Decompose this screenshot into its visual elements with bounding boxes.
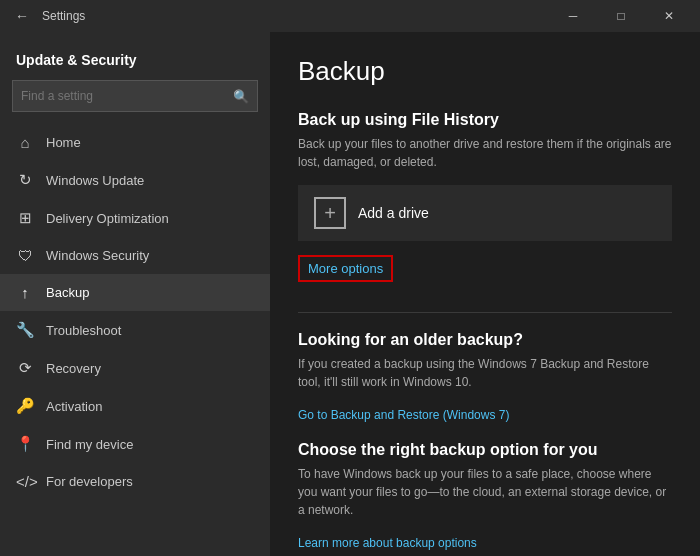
page-title: Backup bbox=[298, 56, 672, 87]
plus-icon: + bbox=[314, 197, 346, 229]
sidebar-item-find-my-device[interactable]: 📍 Find my device bbox=[0, 425, 270, 463]
add-drive-label: Add a drive bbox=[358, 205, 429, 221]
sidebar-item-label: Home bbox=[46, 135, 81, 150]
sidebar-item-activation[interactable]: 🔑 Activation bbox=[0, 387, 270, 425]
sidebar-section-label: Update & Security bbox=[0, 32, 270, 80]
older-backup-section: Looking for an older backup? If you crea… bbox=[298, 331, 672, 423]
right-backup-title: Choose the right backup option for you bbox=[298, 441, 672, 459]
update-icon: ↻ bbox=[16, 171, 34, 189]
home-icon: ⌂ bbox=[16, 134, 34, 151]
main-layout: Update & Security 🔍 ⌂ Home ↻ Windows Upd… bbox=[0, 32, 700, 556]
developer-icon: </> bbox=[16, 473, 34, 490]
more-options-container: More options bbox=[298, 255, 672, 306]
close-button[interactable]: ✕ bbox=[646, 0, 692, 32]
sidebar: Update & Security 🔍 ⌂ Home ↻ Windows Upd… bbox=[0, 32, 270, 556]
search-icon[interactable]: 🔍 bbox=[233, 89, 249, 104]
more-options-link[interactable]: More options bbox=[298, 255, 393, 282]
file-history-title: Back up using File History bbox=[298, 111, 672, 129]
add-drive-button[interactable]: + Add a drive bbox=[298, 185, 672, 241]
right-backup-desc: To have Windows back up your files to a … bbox=[298, 465, 672, 519]
troubleshoot-icon: 🔧 bbox=[16, 321, 34, 339]
search-input[interactable] bbox=[21, 89, 233, 103]
sidebar-item-label: Find my device bbox=[46, 437, 133, 452]
sidebar-item-windows-security[interactable]: 🛡 Windows Security bbox=[0, 237, 270, 274]
sidebar-item-windows-update[interactable]: ↻ Windows Update bbox=[0, 161, 270, 199]
titlebar-controls: ─ □ ✕ bbox=[550, 0, 692, 32]
backup-icon: ↑ bbox=[16, 284, 34, 301]
sidebar-item-label: Recovery bbox=[46, 361, 101, 376]
sidebar-item-backup[interactable]: ↑ Backup bbox=[0, 274, 270, 311]
older-backup-desc: If you created a backup using the Window… bbox=[298, 355, 672, 391]
titlebar-title: Settings bbox=[36, 9, 550, 23]
shield-icon: 🛡 bbox=[16, 247, 34, 264]
sidebar-item-delivery-optimization[interactable]: ⊞ Delivery Optimization bbox=[0, 199, 270, 237]
sidebar-item-for-developers[interactable]: </> For developers bbox=[0, 463, 270, 500]
right-backup-section: Choose the right backup option for you T… bbox=[298, 441, 672, 551]
find-device-icon: 📍 bbox=[16, 435, 34, 453]
titlebar: ← Settings ─ □ ✕ bbox=[0, 0, 700, 32]
sidebar-item-label: For developers bbox=[46, 474, 133, 489]
sidebar-item-label: Activation bbox=[46, 399, 102, 414]
section-divider bbox=[298, 312, 672, 313]
learn-more-link[interactable]: Learn more about backup options bbox=[298, 536, 477, 550]
sidebar-item-label: Delivery Optimization bbox=[46, 211, 169, 226]
sidebar-item-troubleshoot[interactable]: 🔧 Troubleshoot bbox=[0, 311, 270, 349]
sidebar-item-label: Windows Update bbox=[46, 173, 144, 188]
file-history-section: Back up using File History Back up your … bbox=[298, 111, 672, 171]
content-area: Backup Back up using File History Back u… bbox=[270, 32, 700, 556]
search-box[interactable]: 🔍 bbox=[12, 80, 258, 112]
sidebar-item-home[interactable]: ⌂ Home bbox=[0, 124, 270, 161]
older-backup-title: Looking for an older backup? bbox=[298, 331, 672, 349]
back-button[interactable]: ← bbox=[8, 2, 36, 30]
sidebar-item-label: Windows Security bbox=[46, 248, 149, 263]
activation-icon: 🔑 bbox=[16, 397, 34, 415]
delivery-icon: ⊞ bbox=[16, 209, 34, 227]
minimize-button[interactable]: ─ bbox=[550, 0, 596, 32]
maximize-button[interactable]: □ bbox=[598, 0, 644, 32]
sidebar-item-label: Troubleshoot bbox=[46, 323, 121, 338]
recovery-icon: ⟳ bbox=[16, 359, 34, 377]
go-to-backup-restore-link[interactable]: Go to Backup and Restore (Windows 7) bbox=[298, 408, 509, 422]
sidebar-item-label: Backup bbox=[46, 285, 89, 300]
file-history-desc: Back up your files to another drive and … bbox=[298, 135, 672, 171]
sidebar-item-recovery[interactable]: ⟳ Recovery bbox=[0, 349, 270, 387]
